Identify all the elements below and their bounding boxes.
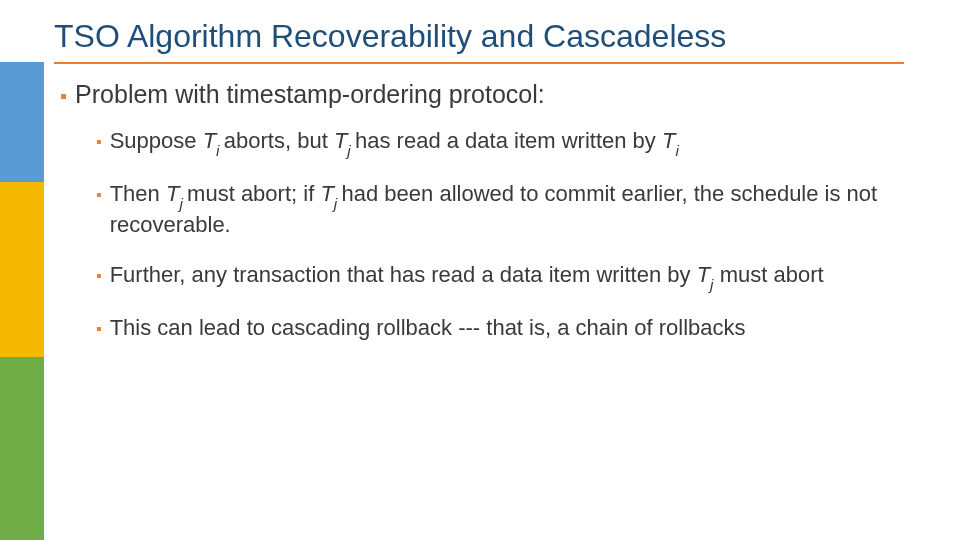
slide-body: ▪ Problem with timestamp-ordering protoc… [60,80,910,365]
var-t: T [697,262,710,287]
text-frag: Then [110,181,166,206]
bullet-icon: ▪ [60,85,67,108]
bullet-text: This can lead to cascading rollback --- … [110,314,910,342]
sidebar-accent [0,62,44,540]
text-frag: aborts, but [224,128,334,153]
bullet-text: Further, any transaction that has read a… [110,261,910,292]
bullet-icon: ▪ [96,132,102,152]
accent-green [0,357,44,540]
bullet-sub-2: ▪ Then Tj must abort; if Tj had been all… [96,180,910,239]
var-t: T [203,128,216,153]
bullet-sub-3: ▪ Further, any transaction that has read… [96,261,910,292]
bullet-icon: ▪ [96,185,102,205]
bullet-text: Problem with timestamp-ordering protocol… [75,80,910,109]
bullet-text: Then Tj must abort; if Tj had been allow… [110,180,910,239]
bullet-sub-1: ▪ Suppose Ti aborts, but Tj has read a d… [96,127,910,158]
slide: TSO Algorithm Recoverability and Cascade… [0,0,960,540]
title-underline [54,62,904,64]
var-sub: j [347,142,355,159]
var-sub: i [216,142,224,159]
accent-blue [0,62,44,182]
var-sub: j [179,195,187,212]
slide-title: TSO Algorithm Recoverability and Cascade… [54,18,726,55]
text-frag: must abort [714,262,824,287]
text-frag: must abort; if [187,181,320,206]
accent-yellow [0,182,44,357]
var-t: T [662,128,675,153]
bullet-text: Suppose Ti aborts, but Tj has read a dat… [110,127,910,158]
var-t: T [166,181,179,206]
var-t: T [334,128,347,153]
text-frag: Further, any transaction that has read a… [110,262,697,287]
bullet-main: ▪ Problem with timestamp-ordering protoc… [60,80,910,109]
var-sub: j [710,276,713,293]
var-sub: j [334,195,342,212]
var-t: T [320,181,333,206]
text-frag: has read a data item written by [355,128,662,153]
text-frag: Suppose [110,128,203,153]
bullet-sub-4: ▪ This can lead to cascading rollback --… [96,314,910,342]
var-sub: i [675,142,678,159]
bullet-icon: ▪ [96,266,102,286]
bullet-icon: ▪ [96,319,102,339]
